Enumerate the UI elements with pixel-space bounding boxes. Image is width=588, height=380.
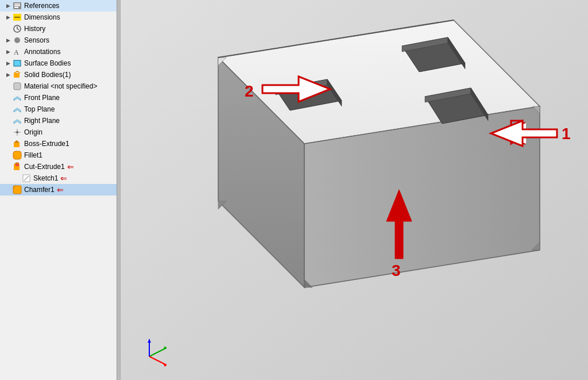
icon-sensors [13, 36, 22, 45]
svg-text:3: 3 [392, 262, 401, 279]
label-material: Material <not specified> [24, 82, 97, 90]
label-top-plane: Top Plane [24, 105, 55, 113]
label-cut-extrude1: Cut-Extrude1 [24, 163, 65, 171]
label-boss-extrude1: Boss-Extrude1 [24, 140, 69, 148]
viewport: 1 2 3 [121, 0, 588, 380]
icon-history [13, 24, 22, 33]
tree-item-solid-bodies[interactable]: ▶Solid Bodies(1) [0, 69, 120, 80]
tree-item-sensors[interactable]: ▶Sensors [0, 34, 120, 46]
expand-arrow-origin [5, 129, 11, 136]
label-references: References [24, 2, 59, 10]
tree-item-boss-extrude1[interactable]: Boss-Extrude1 [0, 138, 120, 149]
red-indicator-cut-extrude1: ⇐ [67, 162, 74, 171]
icon-boss-extrude1 [13, 139, 22, 148]
label-sketch1: Sketch1 [33, 174, 58, 182]
expand-arrow-surface-bodies[interactable]: ▶ [5, 60, 11, 67]
tree-item-chamfer1[interactable]: Chamfer1⇐ [0, 184, 120, 195]
tree-item-sketch1[interactable]: Sketch1⇐ [0, 172, 120, 184]
icon-cut-extrude1 [13, 162, 22, 171]
expand-arrow-front-plane [5, 94, 11, 101]
icon-annotations [13, 47, 22, 56]
svg-text:2: 2 [245, 82, 254, 100]
expand-arrow-sketch1 [14, 175, 21, 182]
tree-item-front-plane[interactable]: Front Plane [0, 92, 120, 103]
icon-references [13, 1, 22, 10]
expand-arrow-cut-extrude1 [5, 163, 11, 170]
red-indicator-sketch1: ⇐ [60, 174, 67, 183]
red-indicator-chamfer1: ⇐ [57, 185, 64, 194]
tree-item-history[interactable]: History [0, 23, 120, 34]
expand-arrow-dimensions[interactable]: ▶ [5, 14, 11, 21]
tree-item-annotations[interactable]: ▶Annotations [0, 46, 120, 57]
icon-right-plane [13, 116, 22, 125]
svg-text:1: 1 [562, 125, 571, 143]
label-solid-bodies: Solid Bodies(1) [24, 71, 71, 79]
expand-arrow-solid-bodies[interactable]: ▶ [5, 71, 11, 78]
icon-dimensions [13, 13, 22, 22]
icon-chamfer1 [13, 185, 22, 194]
expand-arrow-annotations[interactable]: ▶ [5, 48, 11, 55]
expand-arrow-material [5, 83, 11, 90]
icon-sketch1 [22, 174, 31, 183]
tree-item-surface-bodies[interactable]: ▶Surface Bodies [0, 57, 120, 69]
tree-item-cut-extrude1[interactable]: Cut-Extrude1⇐ [0, 161, 120, 172]
expand-arrow-fillet1 [5, 152, 11, 159]
icon-top-plane [13, 105, 22, 114]
label-sensors: Sensors [24, 36, 49, 44]
icon-solid-bodies [13, 70, 22, 79]
icon-origin [13, 128, 22, 137]
expand-arrow-references[interactable]: ▶ [5, 2, 11, 9]
resize-handle[interactable] [117, 0, 120, 380]
tree-item-origin[interactable]: Origin [0, 126, 120, 138]
feature-tree[interactable]: ▶References▶DimensionsHistory▶Sensors▶An… [0, 0, 121, 380]
expand-arrow-chamfer1 [5, 186, 11, 193]
label-history: History [24, 25, 45, 33]
expand-arrow-top-plane [5, 106, 11, 113]
label-front-plane: Front Plane [24, 94, 60, 102]
icon-fillet1 [13, 151, 22, 160]
label-annotations: Annotations [24, 48, 60, 56]
label-dimensions: Dimensions [24, 13, 60, 21]
tree-item-fillet1[interactable]: Fillet1 [0, 149, 120, 161]
label-chamfer1: Chamfer1 [24, 186, 55, 194]
label-origin: Origin [24, 128, 42, 136]
label-fillet1: Fillet1 [24, 151, 42, 159]
tree-item-right-plane[interactable]: Right Plane [0, 115, 120, 126]
icon-material [13, 82, 22, 91]
expand-arrow-right-plane [5, 117, 11, 124]
tree-item-dimensions[interactable]: ▶Dimensions [0, 11, 120, 23]
expand-arrow-sensors[interactable]: ▶ [5, 37, 11, 44]
icon-surface-bodies [13, 59, 22, 68]
tree-item-top-plane[interactable]: Top Plane [0, 103, 120, 115]
expand-arrow-history [5, 25, 11, 32]
icon-front-plane [13, 93, 22, 102]
expand-arrow-boss-extrude1 [5, 140, 11, 147]
label-surface-bodies: Surface Bodies [24, 59, 71, 67]
tree-item-material[interactable]: Material <not specified> [0, 80, 120, 92]
tree-item-references[interactable]: ▶References [0, 0, 120, 11]
model-3d-view: 1 2 3 [121, 0, 588, 380]
label-right-plane: Right Plane [24, 117, 60, 125]
